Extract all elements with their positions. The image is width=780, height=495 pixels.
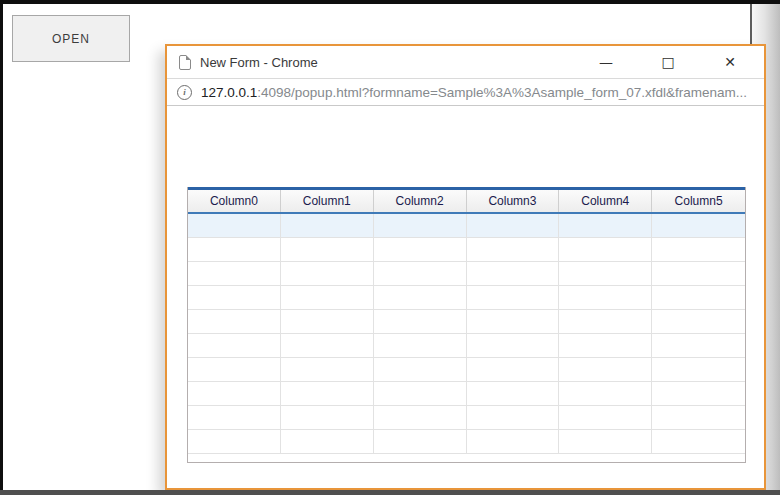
grid-cell[interactable] [188,214,281,237]
grid-cell[interactable] [281,262,374,285]
page-icon [179,55,191,70]
grid-cell[interactable] [188,430,281,453]
popup-title: New Form - Chrome [200,55,318,70]
grid-cell[interactable] [374,358,467,381]
table-row[interactable] [188,358,745,382]
table-row[interactable] [188,214,745,238]
grid-column-header-5[interactable]: Column5 [652,190,745,212]
url-path: :4098/popup.html?formname=Sample%3A%3Asa… [257,85,747,100]
grid-cell[interactable] [281,334,374,357]
grid-cell[interactable] [652,214,745,237]
popup-titlebar[interactable]: New Form - Chrome — □ ✕ [167,46,764,78]
grid-cell[interactable] [559,358,652,381]
grid-cell[interactable] [281,430,374,453]
grid-cell[interactable] [559,286,652,309]
grid-cell[interactable] [188,358,281,381]
table-row[interactable] [188,430,745,454]
grid-cell[interactable] [281,382,374,405]
grid-cell[interactable] [652,310,745,333]
table-row[interactable] [188,382,745,406]
grid-column-header-4[interactable]: Column4 [559,190,652,212]
grid-cell[interactable] [374,262,467,285]
grid-cell[interactable] [467,430,560,453]
grid-body [188,214,745,454]
url-host: 127.0.0.1 [201,85,257,100]
grid-cell[interactable] [652,358,745,381]
grid-cell[interactable] [374,214,467,237]
grid-cell[interactable] [467,310,560,333]
maximize-icon[interactable]: □ [650,47,686,77]
grid-cell[interactable] [559,430,652,453]
grid-cell[interactable] [652,406,745,429]
grid-cell[interactable] [467,286,560,309]
grid-cell[interactable] [467,262,560,285]
grid-cell[interactable] [467,358,560,381]
grid-cell[interactable] [374,430,467,453]
grid-header-row: Column0Column1Column2Column3Column4Colum… [188,190,745,214]
close-icon[interactable]: ✕ [712,47,748,77]
grid-cell[interactable] [559,238,652,261]
grid-cell[interactable] [559,262,652,285]
grid-cell[interactable] [374,334,467,357]
grid-cell[interactable] [559,406,652,429]
grid-column-header-2[interactable]: Column2 [374,190,467,212]
table-row[interactable] [188,262,745,286]
popup-window: New Form - Chrome — □ ✕ i 127.0.0.1:4098… [165,44,766,490]
grid-cell[interactable] [652,238,745,261]
grid-column-header-1[interactable]: Column1 [281,190,374,212]
table-row[interactable] [188,406,745,430]
grid-cell[interactable] [559,334,652,357]
table-row[interactable] [188,310,745,334]
grid-cell[interactable] [188,382,281,405]
url-text[interactable]: 127.0.0.1:4098/popup.html?formname=Sampl… [201,85,747,100]
grid-cell[interactable] [559,310,652,333]
grid-cell[interactable] [374,238,467,261]
window-bottom-border [0,490,780,495]
window-left-border [0,4,3,490]
table-row[interactable] [188,286,745,310]
window-top-border [0,0,780,4]
grid-cell[interactable] [188,310,281,333]
grid-cell[interactable] [652,430,745,453]
data-grid: Column0Column1Column2Column3Column4Colum… [187,187,746,463]
grid-cell[interactable] [467,334,560,357]
info-icon[interactable]: i [177,85,192,100]
grid-cell[interactable] [374,382,467,405]
open-button[interactable]: OPEN [12,15,130,62]
window-controls: — □ ✕ [588,47,764,77]
grid-cell[interactable] [467,214,560,237]
grid-cell[interactable] [559,382,652,405]
grid-cell[interactable] [188,286,281,309]
table-row[interactable] [188,334,745,358]
grid-cell[interactable] [467,382,560,405]
grid-cell[interactable] [281,406,374,429]
grid-cell[interactable] [374,310,467,333]
url-bar[interactable]: i 127.0.0.1:4098/popup.html?formname=Sam… [167,78,764,106]
grid-cell[interactable] [652,382,745,405]
grid-cell[interactable] [652,262,745,285]
grid-cell[interactable] [374,286,467,309]
grid-footer-spacer [188,454,745,462]
grid-column-header-0[interactable]: Column0 [188,190,281,212]
grid-cell[interactable] [281,310,374,333]
grid-cell[interactable] [188,238,281,261]
grid-cell[interactable] [188,334,281,357]
grid-cell[interactable] [281,286,374,309]
grid-cell[interactable] [281,214,374,237]
grid-cell[interactable] [281,358,374,381]
grid-cell[interactable] [188,262,281,285]
grid-cell[interactable] [188,406,281,429]
grid-cell[interactable] [559,214,652,237]
grid-cell[interactable] [281,238,374,261]
grid-cell[interactable] [467,238,560,261]
grid-cell[interactable] [652,286,745,309]
grid-column-header-3[interactable]: Column3 [467,190,560,212]
grid-cell[interactable] [374,406,467,429]
table-row[interactable] [188,238,745,262]
minimize-icon[interactable]: — [588,47,624,77]
grid-cell[interactable] [652,334,745,357]
grid-cell[interactable] [467,406,560,429]
